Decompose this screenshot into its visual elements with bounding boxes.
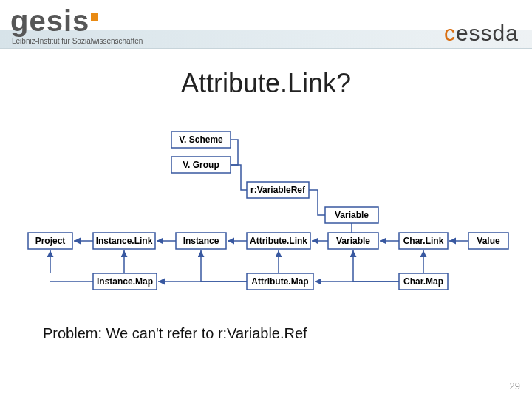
node-rvariableref: r:VariableRef xyxy=(247,182,309,198)
node-value: Value xyxy=(468,233,508,249)
problem-text: Problem: We can't refer to r:Variable.Re… xyxy=(43,325,307,342)
svg-text:Attribute.Map: Attribute.Map xyxy=(251,276,308,287)
slide-number: 29 xyxy=(510,381,520,392)
node-instance: Instance xyxy=(176,233,226,249)
svg-text:Instance.Map: Instance.Map xyxy=(97,276,153,287)
svg-text:Variable: Variable xyxy=(335,210,369,220)
svg-text:Variable: Variable xyxy=(336,236,370,246)
svg-text:Instance: Instance xyxy=(183,236,219,246)
svg-text:r:VariableRef: r:VariableRef xyxy=(250,185,306,195)
svg-text:Attribute.Link: Attribute.Link xyxy=(250,236,307,246)
node-vgroup: V. Group xyxy=(171,157,231,173)
svg-text:Char.Map: Char.Map xyxy=(403,276,443,287)
svg-text:V. Scheme: V. Scheme xyxy=(179,134,223,145)
node-variable-row: Variable xyxy=(328,233,378,249)
svg-text:Value: Value xyxy=(477,236,500,246)
node-instancemap: Instance.Map xyxy=(93,273,157,290)
node-instancelink: Instance.Link xyxy=(93,233,155,249)
node-variable-top: Variable xyxy=(325,207,378,223)
svg-text:Project: Project xyxy=(35,236,66,246)
node-attributelink: Attribute.Link xyxy=(247,233,310,249)
svg-text:Instance.Link: Instance.Link xyxy=(96,236,153,246)
svg-text:Char.Link: Char.Link xyxy=(403,236,444,246)
node-charmap: Char.Map xyxy=(399,273,448,290)
node-charlink: Char.Link xyxy=(399,233,448,249)
node-attributemap: Attribute.Map xyxy=(247,273,313,290)
svg-text:V. Group: V. Group xyxy=(183,160,219,170)
node-project: Project xyxy=(28,233,72,249)
node-vscheme: V. Scheme xyxy=(171,132,231,148)
slide: gesis Leibniz-Institut für Sozialwissens… xyxy=(0,0,532,399)
